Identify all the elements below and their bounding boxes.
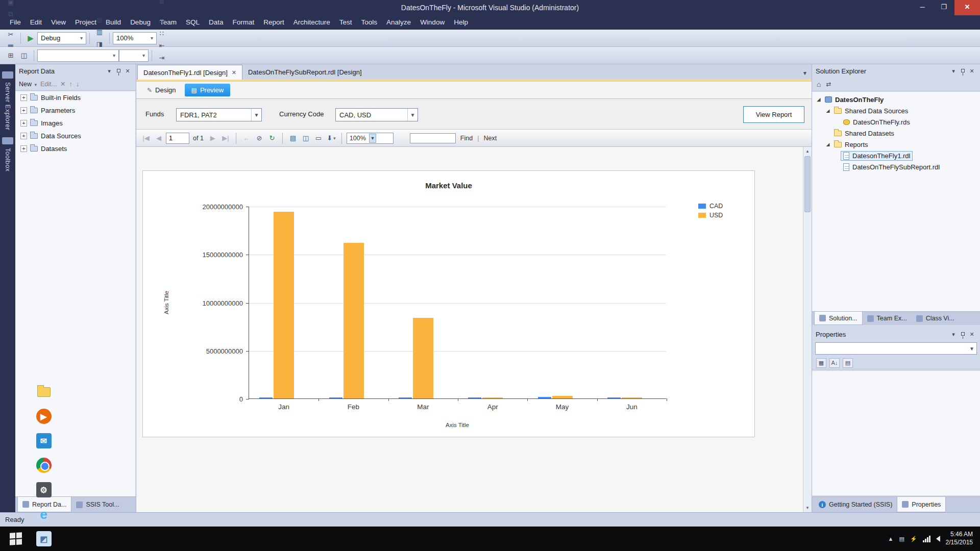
menu-item-analyze[interactable]: Analyze bbox=[382, 15, 415, 30]
close-icon[interactable]: ✕ bbox=[123, 68, 132, 74]
start-button[interactable] bbox=[0, 527, 32, 551]
tab-ssis-tool-[interactable]: SSIS Tool... bbox=[71, 497, 124, 512]
menu-item-help[interactable]: Help bbox=[449, 15, 473, 30]
minimize-button[interactable]: ─ bbox=[912, 0, 933, 15]
taskbar-icon-photo-viewer[interactable]: ◩ bbox=[32, 527, 56, 551]
sidebar-tab-toolbox[interactable]: Toolbox bbox=[0, 137, 15, 172]
taskbar-icon-file-explorer[interactable] bbox=[32, 380, 56, 404]
expand-plus-icon[interactable]: + bbox=[20, 94, 27, 101]
edit-button[interactable]: Edit... bbox=[40, 81, 57, 88]
solution-item-shared-data-sources[interactable]: ◢Shared Data Sources bbox=[812, 105, 980, 116]
find-link[interactable]: Find bbox=[457, 135, 476, 142]
tab-preview[interactable]: ▤ Preview bbox=[185, 84, 231, 96]
tree-item-built-in-fields[interactable]: +Built-in Fields bbox=[15, 91, 135, 104]
menu-item-data[interactable]: Data bbox=[204, 15, 228, 30]
tab-team-ex-[interactable]: Team Ex... bbox=[863, 312, 912, 325]
page-setup-icon[interactable]: ▭ bbox=[313, 133, 324, 144]
solution-item-datesonthefly-rds[interactable]: DatesOnTheFly.rds bbox=[812, 116, 980, 128]
next-page-icon[interactable]: ▶ bbox=[207, 133, 218, 144]
move-down-icon[interactable]: ↓ bbox=[76, 81, 79, 88]
save-icon[interactable]: ▣ bbox=[5, 0, 17, 8]
volume-icon[interactable] bbox=[936, 536, 940, 542]
indent-increase-icon[interactable]: ⇥ bbox=[156, 52, 168, 64]
first-page-icon[interactable]: |◀ bbox=[140, 133, 152, 144]
home-icon[interactable]: ⌂ bbox=[817, 80, 821, 88]
properties-object-dropdown[interactable]: ▼ bbox=[815, 342, 977, 355]
menu-item-view[interactable]: View bbox=[46, 15, 70, 30]
viewer-zoom-dropdown[interactable]: 100% ▼ bbox=[347, 133, 394, 144]
close-button[interactable]: ✕ bbox=[954, 0, 980, 15]
close-icon[interactable]: ✕ bbox=[967, 68, 976, 74]
indent-decrease-icon[interactable]: ⇤ bbox=[156, 39, 168, 52]
page-number-input[interactable] bbox=[166, 133, 189, 144]
refresh-icon[interactable]: ↻ bbox=[266, 133, 278, 144]
properties-header[interactable]: Properties ▾ ✕ bbox=[812, 328, 980, 341]
sidebar-tab-server-explorer[interactable]: Server Explorer bbox=[0, 71, 15, 130]
layout-icon[interactable]: ◫ bbox=[18, 49, 30, 62]
maximize-button[interactable]: ❐ bbox=[933, 0, 954, 15]
justify-icon[interactable]: ≣ bbox=[156, 0, 168, 7]
solution-configurations-icon[interactable]: ▥ bbox=[93, 26, 106, 38]
solution-item-datesonthefly1-rdl[interactable]: DatesonTheFly1.rdl bbox=[812, 150, 980, 161]
taskbar-icon-media-player[interactable]: ▶ bbox=[32, 404, 56, 429]
find-in-files-icon[interactable]: ◎ bbox=[93, 14, 106, 26]
print-layout-icon[interactable]: ◫ bbox=[300, 133, 311, 144]
solution-item-datesonthefly[interactable]: ◢DatesOnTheFly bbox=[812, 94, 980, 105]
report-render-surface[interactable]: Market Value Axis Title 0500000000010000… bbox=[136, 147, 803, 512]
expand-plus-icon[interactable]: + bbox=[20, 133, 27, 139]
scroll-up-icon[interactable]: ▲ bbox=[803, 147, 812, 156]
property-pages-icon[interactable]: ▤ bbox=[843, 358, 853, 368]
menu-item-edit[interactable]: Edit bbox=[26, 15, 46, 30]
menu-item-test[interactable]: Test bbox=[335, 15, 357, 30]
new-button[interactable]: New ▾ bbox=[19, 81, 37, 88]
tab-getting-started-ssis-[interactable]: iGetting Started (SSIS) bbox=[814, 497, 897, 512]
find-input[interactable] bbox=[410, 133, 456, 143]
table-icon[interactable]: ⊞ bbox=[5, 49, 17, 62]
tab-solution-[interactable]: Solution... bbox=[814, 312, 863, 325]
back-icon[interactable]: ← bbox=[241, 133, 252, 144]
pin-icon[interactable] bbox=[958, 68, 967, 74]
chevron-down-icon[interactable]: ▾ bbox=[949, 68, 958, 74]
expander-icon[interactable]: ◢ bbox=[824, 142, 831, 147]
menu-item-tools[interactable]: Tools bbox=[357, 15, 382, 30]
expand-plus-icon[interactable]: + bbox=[20, 107, 27, 114]
tree-item-data-sources[interactable]: +Data Sources bbox=[15, 130, 135, 142]
expander-icon[interactable]: ◢ bbox=[824, 108, 831, 113]
tab-design[interactable]: ✎ Design bbox=[140, 84, 183, 96]
pin-icon[interactable] bbox=[114, 68, 123, 74]
show-hidden-icons-icon[interactable]: ▲ bbox=[888, 536, 894, 542]
menu-item-report[interactable]: Report bbox=[259, 15, 289, 30]
action-center-icon[interactable]: ▤ bbox=[899, 536, 904, 542]
solution-item-shared-datasets[interactable]: Shared Datasets bbox=[812, 128, 980, 139]
expand-plus-icon[interactable]: + bbox=[20, 120, 27, 127]
close-icon[interactable]: ✕ bbox=[967, 331, 976, 338]
save-all-icon[interactable]: ⧉ bbox=[5, 8, 17, 20]
menu-item-architecture[interactable]: Architecture bbox=[289, 15, 335, 30]
document-tab[interactable]: DatesOnTheFlySubReport.rdl [Design] bbox=[242, 65, 368, 80]
power-icon[interactable]: ⚡ bbox=[910, 536, 917, 542]
cut-icon[interactable]: ✂ bbox=[5, 28, 17, 40]
chevron-down-icon[interactable]: ▾ bbox=[105, 68, 114, 74]
document-tab-active[interactable]: DatesonTheFly1.rdl [Design] ✕ bbox=[137, 65, 242, 80]
funds-dropdown[interactable]: FDR1, PAT2 ▼ bbox=[176, 108, 262, 121]
tree-item-images[interactable]: +Images bbox=[15, 117, 135, 130]
font-family-dropdown[interactable]: ▾ bbox=[37, 49, 119, 62]
menu-item-debug[interactable]: Debug bbox=[126, 15, 155, 30]
delete-icon[interactable]: ✕ bbox=[60, 80, 65, 88]
scroll-down-icon[interactable]: ▼ bbox=[803, 504, 812, 512]
tab-class-vi-[interactable]: Class Vi... bbox=[912, 312, 959, 325]
expand-plus-icon[interactable]: + bbox=[20, 145, 27, 152]
currency-code-dropdown[interactable]: CAD, USD ▼ bbox=[335, 108, 418, 121]
export-icon[interactable]: ⬇▾ bbox=[326, 133, 337, 144]
taskbar-icon-internet-explorer[interactable]: e bbox=[32, 502, 56, 527]
menu-item-window[interactable]: Window bbox=[415, 15, 449, 30]
bullet-list-icon[interactable]: ∷ bbox=[156, 27, 168, 39]
report-data-header[interactable]: Report Data ▾ ✕ bbox=[15, 64, 136, 78]
taskbar-icon-system-tools[interactable]: ⚙ bbox=[32, 478, 56, 502]
print-icon[interactable]: ▤ bbox=[287, 133, 299, 144]
previous-page-icon[interactable]: ◀ bbox=[153, 133, 164, 144]
tree-item-datasets[interactable]: +Datasets bbox=[15, 142, 135, 155]
font-size-dropdown[interactable]: ▾ bbox=[119, 49, 149, 62]
numbered-list-icon[interactable]: ≔ bbox=[156, 15, 168, 27]
report-vertical-scrollbar[interactable]: ▲ ▼ bbox=[803, 147, 812, 512]
